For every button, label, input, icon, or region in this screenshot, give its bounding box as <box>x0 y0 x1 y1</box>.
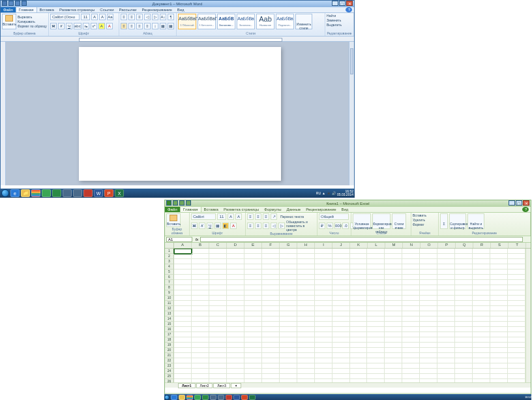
taskbar-app5-icon[interactable] <box>83 189 93 197</box>
cell[interactable] <box>437 374 455 379</box>
cell[interactable] <box>227 374 244 379</box>
system-tray-2[interactable]: 16:52 <box>525 395 531 399</box>
cell[interactable] <box>174 275 192 280</box>
cell[interactable] <box>402 337 420 343</box>
tray-lang-icon[interactable]: RU <box>316 191 321 195</box>
cell[interactable] <box>420 264 437 269</box>
excel-indent[interactable]: ▷ <box>278 223 285 229</box>
cell[interactable] <box>367 301 385 306</box>
cell[interactable] <box>350 358 368 363</box>
cell[interactable] <box>227 311 244 316</box>
cell[interactable] <box>192 285 209 290</box>
excel-redo-icon[interactable] <box>186 200 191 206</box>
sheet-tab-3[interactable]: Лист3 <box>213 383 230 388</box>
cell[interactable] <box>367 337 385 343</box>
cell[interactable] <box>420 259 437 264</box>
row-header[interactable]: 8 <box>165 285 174 290</box>
cell[interactable] <box>262 264 280 269</box>
cell[interactable] <box>297 296 315 301</box>
tb2-app5[interactable] <box>226 395 232 400</box>
cell[interactable] <box>174 332 192 337</box>
cell[interactable] <box>315 249 332 254</box>
cell[interactable] <box>350 316 368 322</box>
cell[interactable] <box>402 264 420 269</box>
bullets-button[interactable]: ≡ <box>121 14 127 20</box>
cell[interactable] <box>244 264 262 269</box>
cell[interactable] <box>473 343 490 348</box>
cell[interactable] <box>385 264 402 269</box>
cell[interactable] <box>262 269 280 275</box>
row-header[interactable]: 15 <box>165 322 174 327</box>
cell[interactable] <box>350 275 368 280</box>
cell[interactable] <box>280 275 297 280</box>
cell[interactable] <box>332 337 350 343</box>
cell[interactable] <box>420 249 437 254</box>
superscript-button[interactable]: x² <box>91 23 97 29</box>
tray-flag-icon[interactable]: ▲ <box>322 191 325 195</box>
cell[interactable] <box>402 280 420 285</box>
cell[interactable] <box>192 296 209 301</box>
cell[interactable] <box>192 275 209 280</box>
close-button[interactable]: ✕ <box>346 1 353 6</box>
cell[interactable] <box>244 332 262 337</box>
cell[interactable] <box>367 254 385 259</box>
replace-button[interactable]: Заменить <box>327 18 352 22</box>
cell[interactable] <box>262 343 280 348</box>
cell[interactable] <box>385 275 402 280</box>
cell[interactable] <box>192 337 209 343</box>
percent-button[interactable]: % <box>327 223 333 229</box>
cell[interactable] <box>315 374 332 379</box>
cell[interactable] <box>332 311 350 316</box>
cell[interactable] <box>227 280 244 285</box>
cell[interactable] <box>280 337 297 343</box>
row-header[interactable]: 13 <box>165 311 174 316</box>
cell[interactable] <box>455 301 473 306</box>
cell[interactable] <box>209 327 227 332</box>
cell[interactable] <box>297 322 315 327</box>
cell[interactable] <box>490 369 508 374</box>
cell[interactable] <box>209 280 227 285</box>
cell[interactable] <box>385 249 402 254</box>
column-header[interactable]: Q <box>456 243 473 248</box>
cell[interactable] <box>297 316 315 322</box>
cell[interactable] <box>209 369 227 374</box>
cell[interactable] <box>508 275 525 280</box>
cell[interactable] <box>490 316 508 322</box>
cell[interactable] <box>297 306 315 311</box>
cell[interactable] <box>315 301 332 306</box>
cell[interactable] <box>297 374 315 379</box>
copy-button[interactable]: Копировать <box>18 20 47 23</box>
cell[interactable] <box>297 301 315 306</box>
cell[interactable] <box>174 290 192 296</box>
cell[interactable] <box>508 316 525 322</box>
column-header[interactable]: P <box>438 243 456 248</box>
taskbar-powerpoint-icon[interactable]: P <box>104 189 113 197</box>
borders-button[interactable]: ▦ <box>168 23 174 29</box>
cell[interactable] <box>402 353 420 358</box>
cell[interactable] <box>227 353 244 358</box>
cell[interactable] <box>385 343 402 348</box>
taskbar-app2-icon[interactable] <box>52 189 61 197</box>
cell[interactable] <box>490 363 508 369</box>
maximize-button[interactable]: ▢ <box>339 1 346 6</box>
cell[interactable] <box>367 296 385 301</box>
cell[interactable] <box>192 316 209 322</box>
cell[interactable] <box>262 363 280 369</box>
column-header[interactable]: M <box>385 243 403 248</box>
cell[interactable] <box>209 311 227 316</box>
cell[interactable] <box>367 358 385 363</box>
cell[interactable] <box>315 343 332 348</box>
cell[interactable] <box>280 306 297 311</box>
cell[interactable] <box>227 322 244 327</box>
cell[interactable] <box>209 374 227 379</box>
cell[interactable] <box>420 348 437 353</box>
cell[interactable] <box>473 259 490 264</box>
cell[interactable] <box>385 348 402 353</box>
column-header[interactable]: H <box>297 243 315 248</box>
cell[interactable] <box>192 264 209 269</box>
italic-button[interactable]: К <box>58 23 65 29</box>
cell[interactable] <box>174 259 192 264</box>
cell[interactable] <box>244 249 262 254</box>
cell[interactable] <box>437 306 455 311</box>
excel-underline[interactable]: Ч <box>207 223 213 229</box>
